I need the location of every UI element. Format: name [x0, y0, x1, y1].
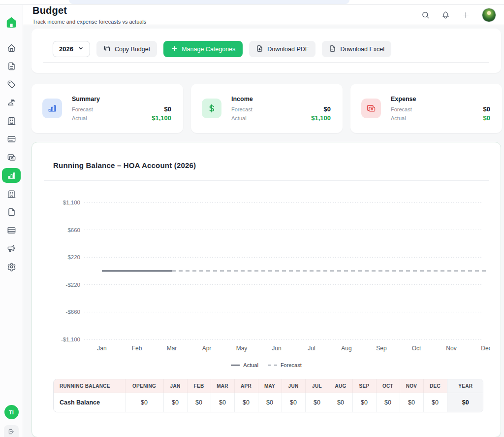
file-download-icon	[256, 45, 263, 54]
legend-item-actual: Actual	[231, 362, 258, 368]
actual-value: $0	[483, 114, 490, 122]
table-header-cell: OPENING	[125, 379, 163, 393]
legend-item-forecast: Forecast	[268, 362, 302, 368]
sidebar-item-ledger[interactable]	[3, 223, 20, 237]
actual-line-swatch	[231, 365, 240, 366]
svg-text:Jun: Jun	[272, 345, 281, 352]
svg-text:$1,100: $1,100	[63, 200, 80, 205]
credit-card-icon	[7, 134, 16, 144]
gear-icon	[7, 262, 16, 271]
copy-icon	[103, 45, 111, 54]
sidebar-item-maintenance[interactable]	[3, 95, 20, 110]
sidebar-item-home[interactable]	[3, 40, 20, 55]
summary-cards: Summary Forecast$0 Actual$1,100 Income F…	[32, 84, 502, 133]
card-title: Income	[231, 96, 331, 102]
cash-icon	[361, 99, 381, 118]
table-header-cell: OCT	[376, 379, 400, 393]
toolbar-divider	[43, 62, 489, 63]
svg-text:-$660: -$660	[66, 309, 80, 315]
download-excel-button[interactable]: Download Excel	[322, 41, 391, 57]
download-excel-label: Download Excel	[340, 46, 384, 53]
actual-value: $1,100	[152, 114, 171, 122]
manage-categories-label: Manage Categories	[182, 46, 235, 53]
svg-text:May: May	[236, 345, 248, 352]
table-header-cell: MAR	[211, 379, 234, 393]
year-select[interactable]: 2026	[53, 41, 90, 57]
svg-text:-$220: -$220	[66, 282, 80, 288]
forecast-value: $0	[483, 105, 490, 113]
summary-card: Summary Forecast$0 Actual$1,100	[32, 84, 183, 133]
running-balance-card: Running Balance – HOA Account (2026) $1,…	[32, 142, 501, 437]
svg-text:$660: $660	[67, 227, 80, 233]
bell-icon[interactable]	[441, 11, 450, 19]
table-header-cell: NOV	[400, 379, 423, 393]
running-balance-chart: $1,100$660$220-$220-$660-$1,100JanFebMar…	[44, 188, 489, 355]
dollar-icon	[202, 99, 221, 118]
sidebar-item-tags[interactable]	[3, 77, 20, 92]
table-header-cell: JAN	[163, 379, 187, 393]
home-logo-icon[interactable]	[5, 16, 18, 29]
forecast-label: Forecast	[72, 106, 93, 112]
bar-chart-icon	[7, 171, 16, 180]
cash-icon	[7, 153, 16, 162]
table-header-cell: YEAR	[447, 379, 483, 393]
table-header-cell: RUNNING BALANCE	[54, 379, 125, 393]
file-blank-icon	[329, 45, 336, 54]
table-header-cell: JUL	[305, 379, 329, 393]
sidebar-item-properties[interactable]	[3, 113, 20, 128]
sidebar-item-association[interactable]	[3, 186, 20, 201]
value-cell: $0	[125, 393, 163, 412]
user-avatar[interactable]: TI	[4, 405, 19, 419]
table-header-cell: APR	[234, 379, 258, 393]
download-pdf-label: Download PDF	[267, 46, 309, 53]
svg-text:-$1,100: -$1,100	[61, 336, 80, 342]
sidebar: TI	[0, 5, 23, 437]
value-cell: $0	[211, 393, 234, 412]
actual-label: Actual	[391, 115, 406, 121]
table-header-cell: MAY	[258, 379, 282, 393]
manage-categories-button[interactable]: Manage Categories	[163, 41, 243, 57]
sidebar-item-cash[interactable]	[3, 150, 20, 165]
sidebar-item-settings[interactable]	[3, 259, 20, 274]
search-icon[interactable]	[421, 11, 430, 19]
forecast-value: $0	[324, 105, 331, 113]
sidebar-item-files[interactable]	[3, 204, 20, 219]
sidebar-item-budget[interactable]	[2, 168, 21, 183]
svg-text:Jan: Jan	[97, 345, 106, 352]
value-cell: $0	[305, 393, 329, 412]
sidebar-item-announcements[interactable]	[3, 241, 20, 256]
table-header-cell: JUN	[282, 379, 305, 393]
building-icon	[7, 116, 16, 126]
svg-text:Dec: Dec	[481, 345, 490, 352]
page-subtitle: Track income and expense forecasts vs ac…	[32, 19, 146, 25]
copy-budget-button[interactable]: Copy Budget	[96, 41, 157, 57]
chart-legend: Actual Forecast	[44, 362, 489, 368]
file-text-icon	[7, 62, 16, 71]
sidebar-item-documents[interactable]	[3, 59, 20, 73]
chart-divider	[44, 180, 489, 181]
year-select-value: 2026	[59, 45, 73, 53]
sidebar-item-payments[interactable]	[3, 132, 20, 146]
file-icon	[7, 207, 16, 217]
svg-text:Oct: Oct	[412, 345, 421, 352]
megaphone-icon	[7, 244, 16, 253]
value-cell: $0	[352, 393, 376, 412]
plus-icon[interactable]	[462, 11, 470, 19]
svg-text:Aug: Aug	[341, 345, 351, 352]
profile-avatar[interactable]	[482, 8, 496, 22]
copy-budget-label: Copy Budget	[115, 46, 150, 53]
tag-icon	[7, 80, 16, 89]
svg-text:Apr: Apr	[202, 345, 212, 352]
actual-value: $1,100	[311, 114, 331, 122]
worker-icon	[7, 98, 16, 107]
value-cell: $0	[329, 393, 352, 412]
download-pdf-button[interactable]: Download PDF	[249, 41, 315, 57]
chart-title: Running Balance – HOA Account (2026)	[53, 161, 489, 169]
value-cell: $0	[258, 393, 282, 412]
chevron-down-icon	[78, 45, 84, 53]
logout-button[interactable]	[4, 425, 19, 437]
bar-chart-icon	[42, 99, 62, 118]
actual-label: Actual	[231, 115, 247, 121]
value-cell: $0	[376, 393, 400, 412]
value-cell: $0	[282, 393, 305, 412]
